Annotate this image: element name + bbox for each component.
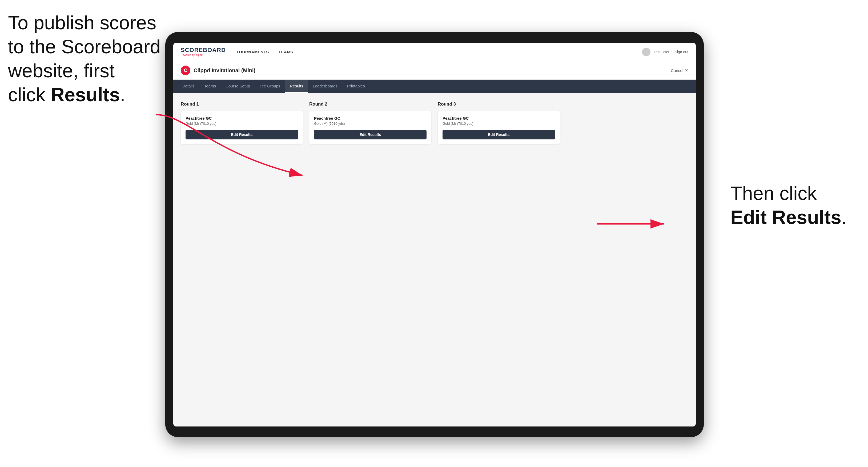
logo-sub: Powered by clippd <box>181 54 226 57</box>
user-avatar <box>642 48 650 56</box>
tournament-icon: C <box>181 66 190 75</box>
nav-right: Test User | Sign out <box>642 48 688 56</box>
tablet-screen: SCOREBOARD Powered by clippd TOURNAMENTS… <box>173 43 696 427</box>
tablet: SCOREBOARD Powered by clippd TOURNAMENTS… <box>165 32 704 437</box>
tournament-title-area: C Clippd Invitational (Mini) <box>181 66 255 75</box>
round-1-card: Peachtree GC Gold (M) (7010 yds) Edit Re… <box>181 111 303 144</box>
instruction-line-4-prefix: click <box>8 84 51 105</box>
tab-bar: Details Teams Course Setup Tee Groups Re… <box>173 80 696 93</box>
main-content: Round 1 Peachtree GC Gold (M) (7010 yds)… <box>173 93 696 427</box>
nav-tournaments[interactable]: TOURNAMENTS <box>237 48 269 56</box>
instruction-line-1: To publish scores <box>8 12 156 33</box>
round-3-title: Round 3 <box>438 101 560 107</box>
user-text: Test User | <box>654 50 672 54</box>
instruction-2: Then click Edit Results. <box>731 181 847 229</box>
tab-teams[interactable]: Teams <box>199 80 221 93</box>
cancel-icon: ✕ <box>685 68 688 73</box>
tab-leaderboards[interactable]: Leaderboards <box>308 80 342 93</box>
instruction-line-3: website, first <box>8 60 115 81</box>
tab-details[interactable]: Details <box>178 80 199 93</box>
navbar: SCOREBOARD Powered by clippd TOURNAMENTS… <box>173 43 696 61</box>
tab-tee-groups[interactable]: Tee Groups <box>255 80 285 93</box>
instruction-line-2: to the Scoreboard <box>8 36 160 57</box>
logo-text: SCOREBOARD <box>181 47 226 53</box>
tab-results[interactable]: Results <box>285 80 308 93</box>
logo: SCOREBOARD Powered by clippd <box>181 47 226 57</box>
round-3-course-name: Peachtree GC <box>442 116 555 121</box>
nav-items: TOURNAMENTS TEAMS <box>237 48 642 56</box>
tournament-header: C Clippd Invitational (Mini) Cancel ✕ <box>173 61 696 80</box>
edit-results-btn-3[interactable]: Edit Results <box>442 130 555 139</box>
sign-out-link[interactable]: Sign out <box>675 50 688 54</box>
instruction-1: To publish scores to the Scoreboard webs… <box>8 11 160 106</box>
round-3-course-detail: Gold (M) (7010 yds) <box>442 122 555 126</box>
round-2-course-detail: Gold (M) (7010 yds) <box>314 122 427 126</box>
round-3-card: Peachtree GC Gold (M) (7010 yds) Edit Re… <box>438 111 560 144</box>
round-2-column: Round 2 Peachtree GC Gold (M) (7010 yds)… <box>309 101 431 144</box>
instruction2-line-2-suffix: . <box>841 207 847 228</box>
round-4-empty-column <box>566 101 688 144</box>
rounds-grid: Round 1 Peachtree GC Gold (M) (7010 yds)… <box>181 101 688 144</box>
round-1-title: Round 1 <box>181 101 303 107</box>
edit-results-btn-1[interactable]: Edit Results <box>186 130 298 139</box>
round-2-title: Round 2 <box>309 101 431 107</box>
edit-results-btn-2[interactable]: Edit Results <box>314 130 427 139</box>
round-1-course-detail: Gold (M) (7010 yds) <box>186 122 298 126</box>
round-2-course-name: Peachtree GC <box>314 116 427 121</box>
instruction2-line-1: Then click <box>731 183 817 204</box>
round-3-column: Round 3 Peachtree GC Gold (M) (7010 yds)… <box>438 101 560 144</box>
round-2-card: Peachtree GC Gold (M) (7010 yds) Edit Re… <box>309 111 431 144</box>
tournament-name: Clippd Invitational (Mini) <box>193 67 255 73</box>
round-1-column: Round 1 Peachtree GC Gold (M) (7010 yds)… <box>181 101 303 144</box>
tab-printables[interactable]: Printables <box>342 80 370 93</box>
instruction-line-4-suffix: . <box>120 84 125 105</box>
tab-course-setup[interactable]: Course Setup <box>221 80 255 93</box>
cancel-button[interactable]: Cancel ✕ <box>671 68 688 73</box>
round-1-course-name: Peachtree GC <box>186 116 298 121</box>
nav-teams[interactable]: TEAMS <box>279 48 293 56</box>
instruction2-line-2-bold: Edit Results <box>731 207 841 228</box>
instruction-line-4-bold: Results <box>51 84 120 105</box>
cancel-label: Cancel <box>671 68 683 73</box>
